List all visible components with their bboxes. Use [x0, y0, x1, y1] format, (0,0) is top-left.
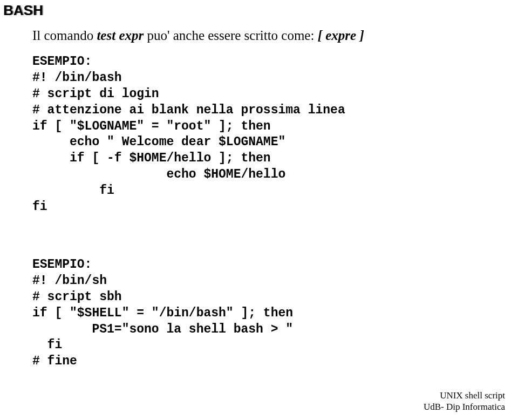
intro-mid: puo' anche essere scritto come: — [144, 28, 317, 43]
code-block-2: ESEMPIO: #! /bin/sh # script sbh if [ "$… — [32, 257, 293, 370]
footer-line-1: UNIX shell script — [424, 390, 505, 401]
intro-testexpr: test expr — [97, 28, 144, 43]
intro-brackets: [ expre ] — [318, 28, 364, 43]
footer-line-2: UdB- Dip Informatica — [424, 401, 505, 412]
intro-pre: Il comando — [32, 28, 97, 43]
footer: UNIX shell script UdB- Dip Informatica — [424, 390, 505, 413]
intro-line: Il comando test expr puo' anche essere s… — [32, 28, 364, 43]
heading-text: BASH BASH — [3, 2, 43, 19]
slide-heading: BASH BASH — [3, 2, 43, 19]
slide-page: BASH BASH Il comando test expr puo' anch… — [0, 0, 518, 420]
code-block-1: ESEMPIO: #! /bin/bash # script di login … — [32, 54, 345, 215]
heading-front: BASH — [3, 2, 43, 18]
